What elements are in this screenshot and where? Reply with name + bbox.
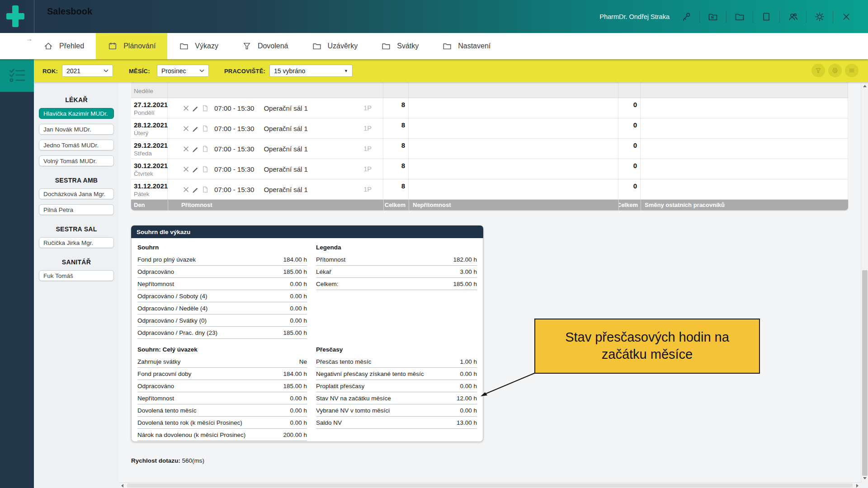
printer-button[interactable] — [828, 64, 842, 77]
row-date: 29.12.2021 — [134, 141, 168, 149]
tab-uzaverky[interactable]: Uzávěrky — [300, 33, 370, 59]
document-icon[interactable] — [202, 125, 208, 132]
summary-row: Přesčas tento měsíc1.00 h — [316, 356, 477, 368]
summary-row-value: 185.00 h — [453, 281, 477, 287]
sidebar-item[interactable]: Ručička Jirka Mgr. — [39, 237, 114, 248]
summary-row: Proplatit přesčasy0.00 h — [316, 380, 477, 392]
document-icon[interactable] — [202, 166, 208, 173]
users-icon[interactable] — [788, 11, 798, 22]
document-icon[interactable] — [202, 105, 208, 112]
sidebar-item[interactable]: Docházková Jana Mgr. — [39, 188, 114, 199]
summary-row: Odpracováno / Neděle (4)0.00 h — [137, 302, 307, 314]
document-icon[interactable] — [202, 145, 208, 152]
summary-row-label: Vybrané NV v tomto měsíci — [316, 407, 390, 414]
summary-row-value: 0.00 h — [460, 383, 477, 389]
sidebar-toggle-button[interactable] — [0, 59, 34, 92]
summary-row-value: 185.00 h — [283, 383, 307, 389]
sidebar-item[interactable]: Jedno Tomáš MUDr. — [39, 140, 114, 150]
horizontal-scrollbar[interactable] — [119, 482, 861, 488]
workplace-select[interactable]: 15 vybráno ▼ — [269, 65, 353, 77]
folder-icon — [381, 41, 391, 51]
window-icon[interactable] — [761, 11, 772, 22]
summary-row-label: Saldo NV — [316, 419, 342, 426]
summary-section-title: Souhrn — [137, 241, 307, 253]
home-icon — [43, 41, 53, 51]
summary-row-label: Odpracováno / Svátky (0) — [137, 317, 207, 324]
horizontal-scrollbar-thumb[interactable] — [127, 483, 853, 488]
summary-row: Fond pro plný úvazek184.00 h — [137, 253, 307, 266]
edit-icon[interactable] — [192, 166, 199, 173]
summary-row-value: 185.00 h — [283, 329, 307, 336]
summary-row-value: 185.00 h — [283, 268, 307, 275]
summary-section-title: Souhrn: Celý úvazek — [137, 343, 307, 356]
delete-icon[interactable] — [183, 186, 189, 193]
year-select[interactable]: 2021 — [62, 65, 113, 77]
scrollbar-corner — [861, 482, 868, 488]
row-date: 31.12.2021 — [134, 182, 168, 190]
summary-section: SouhrnFond pro plný úvazek184.00 hOdprac… — [137, 241, 307, 339]
summary-row: Zahrnuje svátkyNe — [137, 356, 307, 368]
sidebar-item[interactable]: Jan Novák MUDr. — [39, 124, 114, 135]
scroll-right-icon[interactable] — [856, 484, 859, 488]
table-row: 29.12.2021Středa07:00 - 15:30Operační sá… — [131, 139, 848, 159]
delete-icon[interactable] — [183, 125, 189, 132]
close-icon[interactable] — [841, 11, 852, 22]
summary-panel: Souhrn dle výkazu SouhrnFond pro plný úv… — [131, 225, 483, 442]
summary-row: Stav NV na začátku měsíce12.00 h — [316, 392, 477, 404]
summary-row-label: Přítomnost — [316, 256, 345, 263]
edit-icon[interactable] — [192, 125, 199, 132]
footer-col-den: Den — [131, 200, 168, 210]
summary-row-value: 184.00 h — [283, 256, 307, 263]
summary-row: Odpracováno185.00 h — [137, 380, 307, 392]
tab-vykazy[interactable]: Výkazy — [167, 33, 230, 59]
scroll-up-icon[interactable] — [863, 85, 867, 87]
tab-dovolena[interactable]: Dovolená — [230, 33, 300, 59]
sidebar-group-title: SESTRA SAL — [34, 225, 119, 233]
menu-button[interactable] — [845, 64, 859, 77]
delete-icon[interactable] — [183, 145, 189, 152]
schedule-table: 26.12.2021 Neděle 27.12.2021Pondělí07:00… — [131, 82, 848, 210]
summary-row-label: Fond pracovní doby — [137, 371, 191, 377]
key-icon[interactable] — [681, 11, 692, 22]
vertical-scrollbar-thumb[interactable] — [862, 270, 868, 476]
folder-icon[interactable] — [734, 11, 745, 22]
edit-icon[interactable] — [192, 145, 199, 152]
delete-icon[interactable] — [183, 166, 189, 173]
month-select[interactable]: Prosinec — [157, 65, 209, 77]
shift-tag: 1P — [363, 186, 372, 193]
gear-icon[interactable] — [814, 11, 825, 22]
summary-row-label: Dovolená tento měsíc — [137, 407, 197, 414]
scroll-down-icon[interactable] — [863, 477, 867, 479]
absence-total: 0 — [618, 139, 641, 159]
summary-row: Přítomnost182.00 h — [316, 253, 477, 266]
edit-icon[interactable] — [192, 186, 199, 193]
sidebar-item[interactable]: Fuk Tomáš — [39, 270, 114, 281]
month-label: MĚSÍC: — [129, 68, 150, 75]
tab-svatky[interactable]: Svátky — [369, 33, 430, 59]
presence-total: 8 — [383, 98, 409, 118]
document-icon[interactable] — [202, 186, 208, 193]
sidebar-item[interactable]: Hlavička Kazimír MUDr. — [39, 108, 114, 119]
summary-row-value: 0.00 h — [290, 293, 307, 300]
summary-row-label: Nárok na dovolenou (k měsíci Prosinec) — [137, 432, 245, 438]
summary-row-label: Přesčas tento měsíc — [316, 358, 371, 365]
scroll-left-icon[interactable] — [121, 484, 123, 488]
row-day: Pátek — [134, 191, 150, 197]
shift-tag: 1P — [363, 145, 372, 152]
vertical-scrollbar[interactable] — [861, 82, 868, 482]
tab-planovani[interactable]: Plánování — [96, 33, 167, 59]
sidebar-item[interactable]: Volný Tomáš MUDr. — [39, 155, 114, 166]
folder-n-icon[interactable]: N — [708, 11, 718, 22]
row-day: Pondělí — [134, 109, 155, 116]
query-speed-status: Rychlost dotazu: 560(ms) — [131, 457, 204, 464]
tab-nastaveni[interactable]: Nastavení — [430, 33, 502, 59]
summary-row-value: 182.00 h — [453, 256, 477, 263]
shift-tag: 1P — [363, 104, 372, 112]
summary-row-value: 0.00 h — [290, 407, 307, 414]
delete-icon[interactable] — [183, 105, 189, 112]
funnel-button[interactable] — [811, 64, 825, 77]
sidebar-item[interactable]: Pilná Petra — [39, 204, 114, 215]
edit-icon[interactable] — [192, 105, 199, 112]
summary-row: Fond pracovní doby184.00 h — [137, 368, 307, 380]
tab-prehled[interactable]: Přehled — [32, 33, 96, 59]
